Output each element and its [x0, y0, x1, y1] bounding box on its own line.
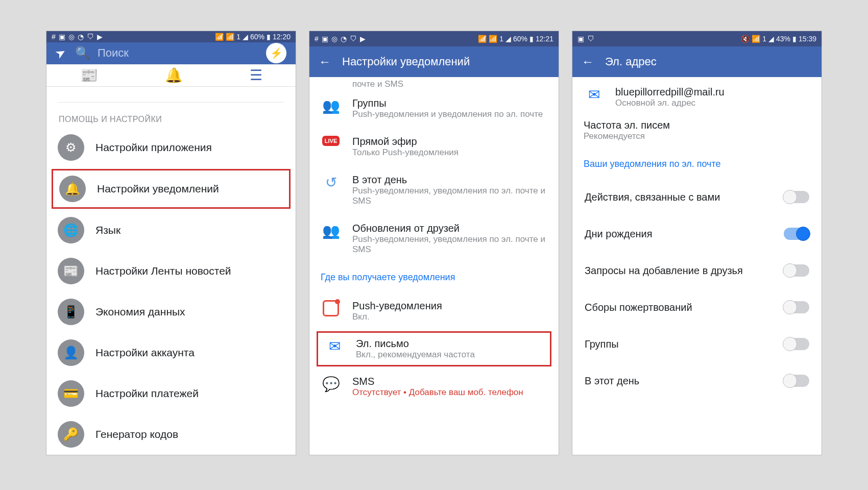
gear-icon	[58, 134, 84, 161]
setting-subtitle: Только Push-уведомления	[352, 148, 547, 158]
row-code-generator[interactable]: Генератор кодов	[46, 414, 296, 455]
toggle-actions-about-you[interactable]: Действия, связанные с вами	[572, 179, 822, 215]
battery-icon: ▮	[267, 33, 271, 41]
image-icon: ▣	[322, 35, 328, 43]
row-notification-settings[interactable]: Настройки уведомлений	[52, 169, 291, 209]
row-account-settings[interactable]: Настройки аккаунта	[46, 332, 296, 373]
section-where-notifications: Где вы получаете уведомления	[309, 263, 559, 292]
sim1-icon: 1	[499, 35, 503, 43]
toggle-birthdays[interactable]: Дни рождения	[572, 215, 822, 252]
hash-icon: #	[315, 35, 319, 43]
shield-icon: ⛉	[87, 33, 94, 41]
messenger-button[interactable]	[266, 43, 286, 63]
groups-icon: 👥	[321, 97, 341, 119]
setting-friend-updates[interactable]: 👥 Обновления от друзей Push-уведомления,…	[309, 214, 559, 263]
battery-icon: ▮	[529, 35, 534, 43]
frequency-sub: Рекомендуется	[584, 131, 810, 141]
battery-text: 60%	[513, 35, 527, 43]
row-label: Настройки платежей	[95, 387, 199, 400]
setting-subtitle: Push-уведомления, уведомления по эл. поч…	[352, 234, 547, 255]
search-input[interactable]: Поиск	[98, 46, 266, 60]
wifi-icon: 📶	[226, 33, 234, 41]
toggle-switch[interactable]	[784, 228, 809, 240]
channel-title: SMS	[352, 376, 547, 387]
section-email-notifications: Ваши уведомления по эл. почте	[572, 150, 822, 179]
email-sub: Основной эл. адрес	[615, 98, 725, 108]
battery-icon: ▮	[792, 35, 797, 43]
row-payment-settings[interactable]: Настройки платежей	[46, 373, 296, 414]
screen-menu: # ▣ ◎ ◔ ⛉ ▶ 📶̸ 📶 1 ◢ 60% ▮ 12:20 Поиск	[46, 31, 296, 455]
clock: 15:39	[799, 35, 816, 43]
pie-icon: ◔	[341, 35, 347, 43]
frequency-row[interactable]: Частота эл. писем Рекомендуется	[572, 117, 822, 150]
row-label: Настройки приложения	[95, 141, 212, 154]
sim1-icon: 1	[762, 35, 766, 43]
channel-subtitle: Вкл.	[352, 312, 547, 322]
back-icon[interactable]	[582, 55, 594, 69]
battery-text: 43%	[776, 35, 790, 43]
toggle-on-this-day[interactable]: В этот день	[572, 362, 822, 399]
tab-feed-icon[interactable]	[80, 67, 98, 84]
row-newsfeed-settings[interactable]: Настройки Ленты новостей	[46, 251, 296, 291]
setting-live[interactable]: LIVE Прямой эфир Только Push-уведомления	[309, 128, 559, 166]
toggle-switch[interactable]	[784, 191, 809, 203]
signal-icon: ◢	[768, 35, 774, 43]
toggle-switch[interactable]	[784, 338, 809, 350]
vibrate-icon: 📶̸	[478, 35, 487, 43]
row-label: Настройки Ленты новостей	[95, 265, 231, 277]
globe-icon	[58, 217, 84, 243]
row-language[interactable]: Язык	[46, 210, 296, 251]
vibrate-icon: 📶̸	[215, 33, 224, 41]
profile-row-stub	[58, 91, 284, 103]
send-icon[interactable]	[56, 46, 66, 60]
setting-onthisday[interactable]: ↺ В этот день Push-уведомления, уведомле…	[309, 166, 559, 214]
toggle-switch[interactable]	[784, 375, 809, 387]
row-label: Язык	[95, 224, 120, 236]
shield-icon: ⛉	[350, 35, 357, 43]
section-help-settings: ПОМОЩЬ И НАСТРОЙКИ	[46, 107, 296, 127]
setting-title: Группы	[352, 97, 547, 109]
card-icon	[58, 380, 84, 407]
channel-email[interactable]: ✉ Эл. письмо Вкл., рекомендуемая частота	[317, 331, 551, 366]
tab-bar	[46, 64, 296, 87]
setting-title: Прямой эфир	[352, 136, 547, 148]
android-status-bar: # ▣ ◎ ◔ ⛉ ▶ 📶̸ 📶 1 ◢ 60% ▮ 12:20	[46, 31, 296, 42]
play-icon: ▶	[97, 33, 103, 41]
live-icon: LIVE	[321, 136, 341, 158]
page-title: Эл. адрес	[605, 55, 812, 68]
sms-icon: 💬	[321, 376, 341, 398]
key-icon	[58, 421, 84, 448]
email-icon: ✉	[324, 338, 345, 360]
back-icon[interactable]	[319, 55, 331, 69]
toggle-friend-requests[interactable]: Запросы на добавление в друзья	[572, 252, 822, 289]
memories-icon: ↺	[321, 174, 341, 206]
email-address: bluepillorredpill@mail.ru	[615, 86, 725, 98]
channel-push[interactable]: Push-уведомления Вкл.	[309, 292, 559, 330]
row-data-saver[interactable]: Экономия данных	[46, 291, 296, 332]
tab-notifications-icon[interactable]	[165, 67, 183, 84]
primary-email-row[interactable]: ✉ bluepillorredpill@mail.ru Основной эл.…	[572, 77, 822, 117]
setting-title: Обновления от друзей	[352, 223, 547, 234]
channel-subtitle: Отсутствует • Добавьте ваш моб. телефон	[352, 387, 547, 398]
sync-icon: ◎	[68, 33, 75, 41]
hash-icon: #	[52, 33, 56, 41]
status-right-icons: 🔇 📶 1 ◢ 43% ▮ 15:39	[741, 35, 816, 43]
channel-sms[interactable]: 💬 SMS Отсутствует • Добавьте ваш моб. те…	[309, 368, 559, 406]
tab-menu-icon[interactable]	[250, 67, 262, 84]
account-icon	[58, 339, 84, 366]
toggle-switch[interactable]	[784, 301, 809, 313]
signal-icon: ◢	[505, 35, 511, 43]
image-icon: ▣	[577, 35, 584, 43]
wifi-icon: 📶	[752, 35, 760, 43]
setting-groups[interactable]: 👥 Группы Push-уведомления и уведомления …	[309, 89, 559, 128]
setting-subtitle: Push-уведомления, уведомления по эл. поч…	[352, 186, 547, 206]
search-icon[interactable]	[75, 46, 90, 60]
toggle-fundraisers[interactable]: Сборы пожертвований	[572, 289, 822, 326]
sim1-icon: 1	[236, 33, 240, 41]
android-status-bar: ▣ ⛉ 🔇 📶 1 ◢ 43% ▮ 15:39	[572, 31, 822, 46]
toggle-groups[interactable]: Группы	[572, 326, 822, 362]
row-app-settings[interactable]: Настройки приложения	[46, 127, 296, 168]
bell-icon	[59, 176, 86, 202]
toggle-switch[interactable]	[784, 264, 809, 277]
fb-toolbar: Поиск	[46, 42, 296, 64]
